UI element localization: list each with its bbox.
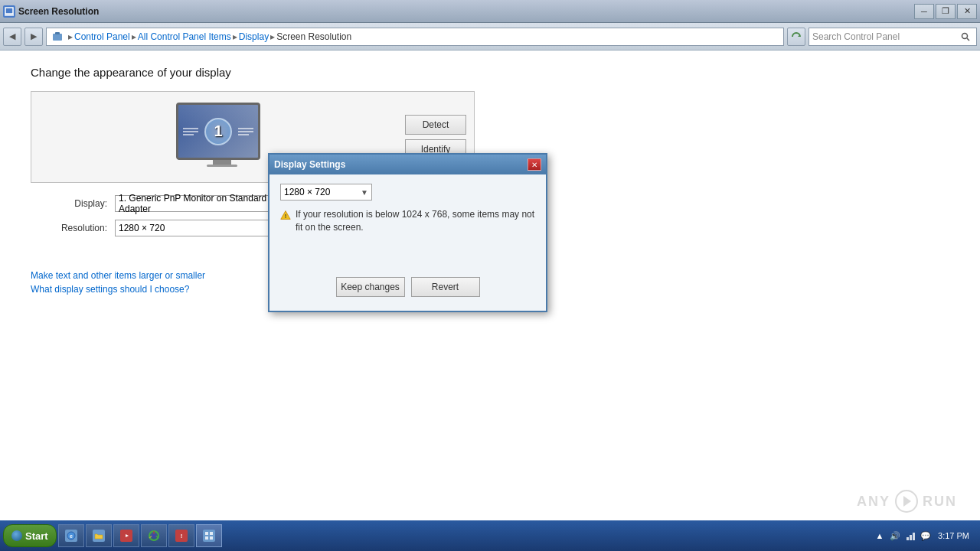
page-title: Change the appearance of your display <box>31 66 949 79</box>
dialog-title: Display Settings <box>274 159 528 170</box>
display-settings-dialog: Display Settings ✕ 980 × 551 ▼ ! If you… <box>268 153 547 312</box>
search-button[interactable] <box>958 29 973 44</box>
svg-rect-3 <box>55 32 60 34</box>
taskbar-item-folder[interactable] <box>86 524 112 547</box>
breadcrumb-separator-3: ▸ <box>233 31 237 42</box>
svg-rect-22 <box>205 536 208 540</box>
media-icon <box>120 530 132 542</box>
svg-marker-27 <box>903 496 911 507</box>
svg-rect-2 <box>53 34 62 41</box>
svg-rect-25 <box>910 535 912 540</box>
detect-button[interactable]: Detect <box>405 115 466 135</box>
address-bar: ◀ ▶ ▸ Control Panel ▸ All Control Panel … <box>0 23 980 51</box>
breadcrumb-current: Screen Resolution <box>276 31 351 42</box>
resolution-value: 980 × 551 <box>119 223 165 233</box>
title-bar: Screen Resolution ─ ❐ ✕ <box>0 0 980 23</box>
forward-button[interactable]: ▶ <box>24 28 43 46</box>
breadcrumb-display[interactable]: Display <box>239 31 269 42</box>
start-label: Start <box>25 530 48 542</box>
resolution-label: Resolution: <box>31 223 107 233</box>
breadcrumb-separator-1: ▸ <box>68 31 73 42</box>
dialog-select-arrow: ▼ <box>361 188 368 197</box>
warning-icon: ! <box>280 208 291 222</box>
dialog-warning: ! If your resolution is below 1024 x 768… <box>280 208 535 234</box>
search-box <box>808 28 977 46</box>
close-button[interactable]: ✕ <box>957 4 977 19</box>
breadcrumb-control-panel[interactable]: Control Panel <box>74 31 130 42</box>
restore-button[interactable]: ❐ <box>936 4 956 19</box>
dialog-warning-text: If your resolution is below 1024 x 768, … <box>296 208 535 234</box>
back-button[interactable]: ◀ <box>3 28 21 46</box>
window-icon <box>3 5 15 18</box>
svg-rect-24 <box>906 537 909 540</box>
svg-text:!: ! <box>180 533 182 540</box>
tray-network-icon[interactable] <box>904 530 916 542</box>
clock[interactable]: 3:17 PM <box>935 531 972 540</box>
folder-icon <box>93 530 105 542</box>
keep-changes-button[interactable]: Keep changes <box>336 277 405 297</box>
taskbar-item-security[interactable]: ! <box>168 524 194 547</box>
title-bar-controls: ─ ❐ ✕ <box>914 4 977 19</box>
search-input[interactable] <box>812 31 958 42</box>
breadcrumb-separator-4: ▸ <box>270 31 275 42</box>
taskbar-items: e <box>58 524 867 547</box>
dialog-buttons: Keep changes Revert <box>280 272 535 302</box>
watermark: ANY RUN <box>857 490 957 513</box>
svg-rect-23 <box>210 536 213 540</box>
breadcrumb-separator-2: ▸ <box>132 31 136 42</box>
svg-text:e: e <box>70 533 73 539</box>
start-orb <box>11 530 22 541</box>
svg-rect-0 <box>5 8 13 14</box>
tray-message-icon[interactable]: 💬 <box>920 530 932 542</box>
security-icon: ! <box>175 530 188 542</box>
svg-point-5 <box>962 33 968 38</box>
dialog-resolution-select[interactable]: 980 × 551 ▼ <box>280 184 372 201</box>
clock-time: 3:17 PM <box>938 531 969 540</box>
taskbar-item-chrome[interactable] <box>141 524 167 547</box>
dialog-content: 980 × 551 ▼ ! If your resolution is bel… <box>270 174 546 311</box>
dialog-title-bar: Display Settings ✕ <box>270 155 546 174</box>
revert-button[interactable]: Revert <box>411 277 480 297</box>
chrome-icon <box>148 530 160 542</box>
system-tray: ▲ 🔊 💬 3:17 PM <box>869 530 977 542</box>
breadcrumb-all-items[interactable]: All Control Panel Items <box>138 31 231 42</box>
taskbar-item-ie[interactable]: e <box>58 524 84 547</box>
watermark-text-any: ANY <box>857 494 890 510</box>
svg-rect-1 <box>5 14 14 16</box>
svg-line-6 <box>967 38 969 41</box>
start-button[interactable]: Start <box>3 524 57 547</box>
taskbar-item-control-panel[interactable] <box>196 524 222 547</box>
svg-rect-20 <box>205 532 208 535</box>
minimize-button[interactable]: ─ <box>914 4 934 19</box>
tray-up-arrow[interactable]: ▲ <box>874 530 886 542</box>
display-label: Display: <box>31 198 107 209</box>
refresh-button[interactable] <box>787 28 805 46</box>
taskbar-item-media[interactable] <box>113 524 139 547</box>
dialog-resolution-value: 980 × 551 <box>284 187 330 197</box>
dialog-resolution-row: 980 × 551 ▼ <box>280 184 535 201</box>
dialog-close-button[interactable]: ✕ <box>528 158 541 171</box>
watermark-text-run: RUN <box>923 494 957 510</box>
ie-icon: e <box>65 530 77 542</box>
svg-point-14 <box>152 534 155 538</box>
svg-text:!: ! <box>285 213 287 220</box>
control-panel-icon <box>203 530 215 542</box>
breadcrumb: ▸ Control Panel ▸ All Control Panel Item… <box>46 28 784 46</box>
tray-speaker-icon[interactable]: 🔊 <box>889 530 901 542</box>
svg-rect-26 <box>913 533 915 540</box>
window-title: Screen Resolution <box>18 6 914 17</box>
watermark-logo <box>895 490 918 513</box>
taskbar: Start e <box>0 520 980 551</box>
svg-rect-21 <box>210 532 213 535</box>
